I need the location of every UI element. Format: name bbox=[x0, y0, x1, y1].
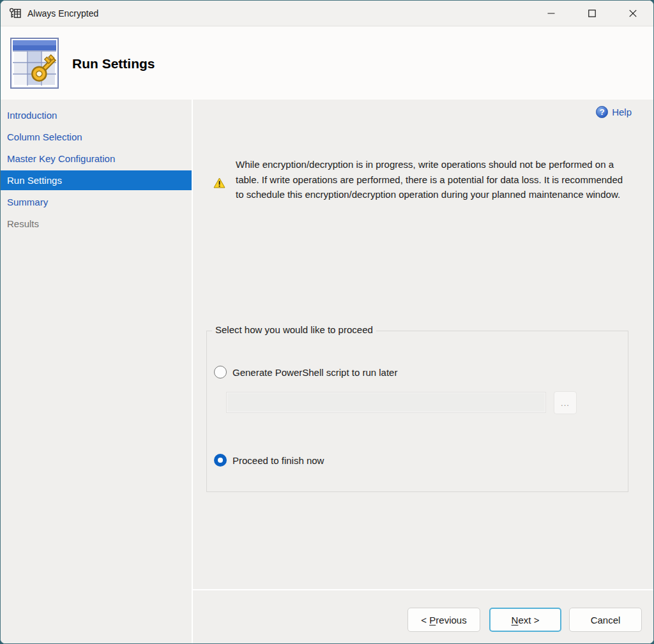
radio-generate-powershell-label[interactable]: Generate PowerShell script to run later bbox=[232, 367, 397, 378]
script-path-input[interactable] bbox=[226, 392, 546, 413]
minimize-button[interactable] bbox=[531, 1, 572, 26]
radio-proceed-to-finish-now[interactable]: Proceed to finish now bbox=[214, 454, 324, 467]
sidebar-item-introduction[interactable]: Introduction bbox=[1, 104, 192, 126]
help-icon: ? bbox=[596, 106, 608, 118]
help-label: Help bbox=[612, 107, 632, 117]
groupbox-legend: Select how you would like to proceed bbox=[212, 324, 376, 335]
radio-proceed-finish-label[interactable]: Proceed to finish now bbox=[232, 455, 324, 466]
browse-button[interactable]: ... bbox=[554, 391, 577, 414]
proceed-groupbox: Select how you would like to proceed Gen… bbox=[206, 331, 628, 492]
window-title: Always Encrypted bbox=[27, 8, 98, 19]
wizard-header: Run Settings bbox=[1, 27, 653, 100]
sidebar-item-master-key-configuration[interactable]: Master Key Configuration bbox=[1, 147, 192, 169]
previous-button[interactable]: < Previous bbox=[407, 608, 480, 632]
always-encrypted-app-icon bbox=[9, 7, 22, 20]
help-link[interactable]: ? Help bbox=[596, 106, 632, 118]
next-button[interactable]: Next > bbox=[489, 608, 561, 632]
maximize-button[interactable] bbox=[572, 1, 612, 26]
close-button[interactable] bbox=[612, 1, 653, 26]
table-key-icon bbox=[10, 37, 59, 93]
warning-icon bbox=[213, 177, 225, 191]
window-controls bbox=[531, 1, 653, 26]
radio-selected-icon[interactable] bbox=[214, 454, 227, 467]
content-pane: ? Help While encryption/decryption is in… bbox=[193, 100, 653, 643]
close-icon bbox=[629, 10, 637, 17]
titlebar: Always Encrypted bbox=[1, 1, 653, 26]
radio-unselected-icon[interactable] bbox=[214, 366, 227, 378]
maximize-icon bbox=[588, 10, 596, 17]
sidebar-item-summary[interactable]: Summary bbox=[1, 191, 192, 213]
warning-message: While encryption/decryption is in progre… bbox=[212, 157, 634, 202]
wizard-steps-sidebar: Introduction Column Selection Master Key… bbox=[1, 100, 192, 643]
minimize-icon bbox=[547, 10, 555, 17]
sidebar-item-run-settings[interactable]: Run Settings bbox=[1, 170, 192, 190]
page-title: Run Settings bbox=[72, 56, 155, 71]
warning-text: While encryption/decryption is in progre… bbox=[236, 157, 632, 202]
footer-bar: < Previous Next > Cancel bbox=[193, 590, 653, 643]
sidebar-item-results: Results bbox=[1, 213, 192, 234]
cancel-button[interactable]: Cancel bbox=[569, 608, 642, 632]
radio-generate-powershell-script[interactable]: Generate PowerShell script to run later bbox=[214, 366, 397, 378]
sidebar-item-column-selection[interactable]: Column Selection bbox=[1, 126, 192, 147]
always-encrypted-wizard-window: Always Encrypted bbox=[0, 0, 654, 644]
